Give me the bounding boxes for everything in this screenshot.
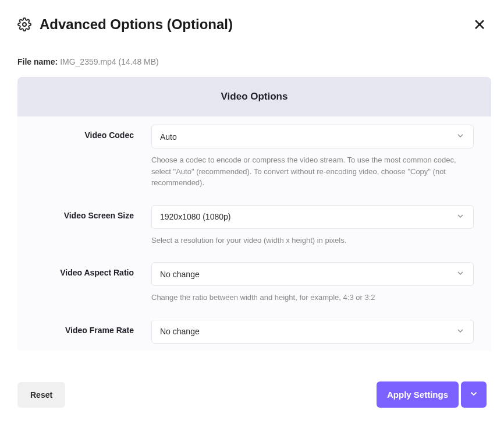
label-video-aspect-ratio: Video Aspect Ratio — [35, 262, 134, 303]
field-video-codec: Auto Choose a codec to encode or compres… — [151, 125, 474, 189]
select-video-frame-rate[interactable]: No change — [151, 320, 474, 344]
filename-value: IMG_2359.mp4 (14.48 MB) — [60, 57, 159, 66]
chevron-down-icon — [456, 211, 465, 222]
label-video-frame-rate: Video Frame Rate — [35, 320, 134, 351]
apply-dropdown-button[interactable] — [461, 381, 487, 408]
row-video-screen-size: Video Screen Size 1920x1080 (1080p) Sele… — [17, 197, 491, 255]
help-video-codec: Choose a codec to encode or compress the… — [151, 154, 474, 189]
select-video-codec[interactable]: Auto — [151, 125, 474, 149]
svg-point-0 — [23, 23, 26, 26]
chevron-down-icon — [468, 388, 479, 401]
label-video-screen-size: Video Screen Size — [35, 205, 134, 246]
select-video-aspect-ratio[interactable]: No change — [151, 262, 474, 286]
dialog-header: Advanced Options (Optional) — [0, 0, 504, 33]
field-video-aspect-ratio: No change Change the ratio between width… — [151, 262, 474, 303]
video-options-panel: Video Options Video Codec Auto Choose a … — [17, 77, 491, 351]
chevron-down-icon — [456, 326, 465, 337]
close-icon[interactable] — [473, 17, 487, 31]
chevron-down-icon — [456, 131, 465, 142]
select-video-screen-size[interactable]: 1920x1080 (1080p) — [151, 205, 474, 229]
apply-settings-button[interactable]: Apply Settings — [377, 381, 459, 408]
page-title: Advanced Options (Optional) — [40, 16, 233, 33]
help-video-screen-size: Select a resolution for your video (widt… — [151, 235, 474, 246]
row-video-frame-rate: Video Frame Rate No change Change FPS (f… — [17, 312, 491, 351]
apply-group: Apply Settings — [377, 381, 487, 408]
field-video-screen-size: 1920x1080 (1080p) Select a resolution fo… — [151, 205, 474, 246]
dialog-footer: Reset Apply Settings — [0, 370, 504, 424]
reset-button[interactable]: Reset — [17, 382, 65, 408]
chevron-down-icon — [456, 268, 465, 280]
label-video-codec: Video Codec — [35, 125, 134, 189]
select-value: 1920x1080 (1080p) — [160, 212, 230, 221]
help-video-aspect-ratio: Change the ratio between width and heigh… — [151, 292, 474, 303]
options-scroll-area[interactable]: Video Options Video Codec Auto Choose a … — [17, 77, 499, 351]
select-value: Auto — [160, 132, 177, 142]
row-video-codec: Video Codec Auto Choose a codec to encod… — [17, 116, 491, 197]
header-left: Advanced Options (Optional) — [17, 16, 233, 33]
select-value: No change — [160, 327, 200, 336]
filename-label: File name: — [17, 57, 58, 66]
help-video-frame-rate: Change FPS (frames per second) of video — [151, 349, 474, 351]
filename-row: File name: IMG_2359.mp4 (14.48 MB) — [0, 33, 504, 66]
row-video-aspect-ratio: Video Aspect Ratio No change Change the … — [17, 254, 491, 312]
field-video-frame-rate: No change Change FPS (frames per second)… — [151, 320, 474, 351]
select-value: No change — [160, 270, 200, 279]
gear-icon — [17, 17, 31, 31]
section-header: Video Options — [17, 77, 491, 116]
